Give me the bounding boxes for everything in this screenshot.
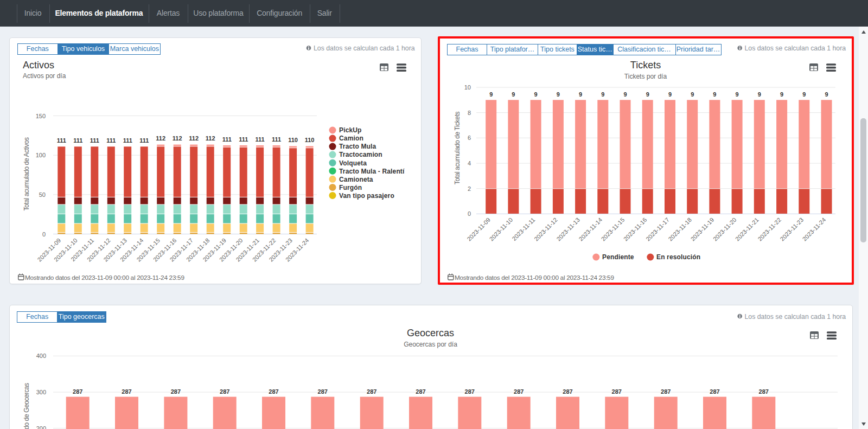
- svg-text:9: 9: [646, 91, 649, 98]
- svg-text:287: 287: [563, 388, 572, 395]
- svg-text:2023-11-13: 2023-11-13: [555, 216, 581, 242]
- svg-text:9: 9: [668, 91, 672, 98]
- svg-text:Geocercas: Geocercas: [407, 328, 454, 338]
- svg-text:111: 111: [222, 136, 232, 143]
- svg-text:2023-11-16: 2023-11-16: [622, 216, 648, 242]
- svg-text:Tracto Mula: Tracto Mula: [339, 143, 376, 150]
- svg-text:2023-11-23: 2023-11-23: [779, 216, 805, 242]
- svg-text:287: 287: [710, 388, 719, 395]
- svg-text:287: 287: [73, 388, 82, 395]
- svg-text:9: 9: [780, 91, 783, 98]
- svg-text:150: 150: [36, 113, 46, 119]
- svg-text:200: 200: [36, 425, 46, 429]
- svg-text:Los datos se calculan cada 1 h: Los datos se calculan cada 1 hora: [745, 44, 846, 52]
- svg-text:Total acumulado de Tickets: Total acumulado de Tickets: [454, 111, 461, 184]
- svg-text:Camioneta: Camioneta: [339, 176, 373, 183]
- svg-text:100: 100: [36, 152, 46, 158]
- svg-text:2023-11-15: 2023-11-15: [600, 216, 626, 242]
- svg-text:9: 9: [691, 91, 694, 98]
- svg-text:2023-11-17: 2023-11-17: [644, 216, 671, 242]
- svg-text:9: 9: [579, 91, 582, 98]
- svg-text:9: 9: [623, 91, 627, 98]
- svg-text:2023-11-11: 2023-11-11: [510, 216, 536, 242]
- svg-text:287: 287: [171, 388, 181, 395]
- svg-text:112: 112: [189, 135, 199, 142]
- svg-text:111: 111: [73, 137, 82, 144]
- svg-text:9: 9: [736, 91, 739, 98]
- svg-text:111: 111: [90, 137, 99, 144]
- svg-text:111: 111: [57, 137, 66, 144]
- svg-text:111: 111: [272, 136, 281, 143]
- svg-text:Tickets: Tickets: [630, 60, 661, 71]
- svg-text:300: 300: [36, 389, 46, 395]
- svg-text:2023-11-10: 2023-11-10: [488, 216, 514, 242]
- svg-text:110: 110: [288, 137, 298, 143]
- svg-text:9: 9: [534, 91, 538, 98]
- svg-text:2023-11-19: 2023-11-19: [690, 216, 716, 242]
- svg-text:9: 9: [489, 91, 493, 98]
- svg-text:Volqueta: Volqueta: [339, 159, 367, 167]
- svg-text:Tractocamion: Tractocamion: [339, 151, 382, 158]
- svg-text:9: 9: [802, 91, 806, 98]
- svg-text:2023-11-12: 2023-11-12: [533, 216, 559, 242]
- svg-text:Activos: Activos: [23, 60, 54, 71]
- svg-text:Total acumulado de Geocercas: Total acumulado de Geocercas: [23, 383, 30, 429]
- svg-text:400: 400: [36, 353, 46, 359]
- svg-text:50: 50: [39, 191, 46, 198]
- svg-text:Pendiente: Pendiente: [602, 253, 634, 261]
- svg-text:9: 9: [512, 91, 515, 98]
- svg-text:112: 112: [173, 135, 182, 142]
- svg-text:287: 287: [612, 388, 622, 395]
- svg-text:9: 9: [758, 91, 761, 98]
- svg-text:Tracto Mula - Ralentí: Tracto Mula - Ralentí: [339, 168, 405, 175]
- svg-text:110: 110: [305, 137, 315, 143]
- svg-text:8: 8: [468, 110, 471, 116]
- svg-text:0: 0: [42, 231, 46, 238]
- svg-text:PickUp: PickUp: [339, 126, 362, 134]
- svg-text:111: 111: [139, 137, 149, 144]
- svg-text:6: 6: [468, 135, 471, 141]
- svg-text:2023-11-21: 2023-11-21: [734, 216, 760, 242]
- svg-text:111: 111: [106, 137, 116, 144]
- svg-text:Furgón: Furgón: [339, 184, 362, 191]
- svg-text:287: 287: [220, 388, 229, 395]
- svg-text:287: 287: [269, 388, 278, 395]
- svg-text:9: 9: [713, 91, 716, 98]
- svg-text:287: 287: [465, 388, 475, 395]
- svg-text:287: 287: [514, 388, 524, 395]
- svg-text:Tickets por día: Tickets por día: [624, 73, 667, 80]
- svg-text:10: 10: [464, 84, 471, 91]
- svg-text:Mostrando datos del 2023-11-09: Mostrando datos del 2023-11-09 00:00 al …: [25, 274, 184, 281]
- svg-text:Activos por día: Activos por día: [23, 72, 66, 80]
- svg-text:111: 111: [123, 137, 132, 144]
- svg-text:9: 9: [601, 91, 604, 98]
- svg-text:112: 112: [206, 135, 215, 142]
- svg-text:2023-11-09: 2023-11-09: [465, 216, 492, 242]
- svg-text:287: 287: [416, 388, 425, 395]
- svg-text:Geocercas por día: Geocercas por día: [404, 341, 457, 348]
- svg-text:111: 111: [256, 136, 265, 143]
- svg-text:Total acumulado de Activos: Total acumulado de Activos: [23, 137, 30, 210]
- svg-text:Los datos se calculan cada 1 h: Los datos se calculan cada 1 hora: [745, 313, 846, 321]
- svg-text:111: 111: [239, 136, 248, 143]
- svg-text:Camion: Camion: [339, 135, 363, 142]
- svg-text:287: 287: [122, 388, 131, 395]
- svg-text:2023-11-24: 2023-11-24: [801, 216, 827, 242]
- svg-text:9: 9: [557, 91, 560, 98]
- svg-text:2023-11-22: 2023-11-22: [756, 216, 782, 242]
- svg-text:Mostrando datos del 2023-11-09: Mostrando datos del 2023-11-09 00:00 al …: [455, 274, 614, 281]
- svg-text:2023-11-14: 2023-11-14: [578, 216, 604, 242]
- svg-text:Van tipo pasajero: Van tipo pasajero: [339, 192, 394, 200]
- svg-text:287: 287: [661, 388, 671, 395]
- svg-text:287: 287: [318, 388, 328, 395]
- svg-text:112: 112: [156, 135, 165, 142]
- svg-text:2023-11-20: 2023-11-20: [712, 216, 738, 242]
- svg-text:2023-11-18: 2023-11-18: [667, 216, 693, 242]
- svg-text:0: 0: [468, 210, 471, 217]
- svg-text:9: 9: [825, 91, 828, 98]
- svg-text:287: 287: [367, 388, 376, 395]
- svg-text:287: 287: [759, 388, 769, 395]
- svg-text:2: 2: [468, 185, 471, 192]
- svg-text:Los datos se calculan cada 1 h: Los datos se calculan cada 1 hora: [314, 44, 415, 52]
- svg-text:4: 4: [468, 160, 471, 167]
